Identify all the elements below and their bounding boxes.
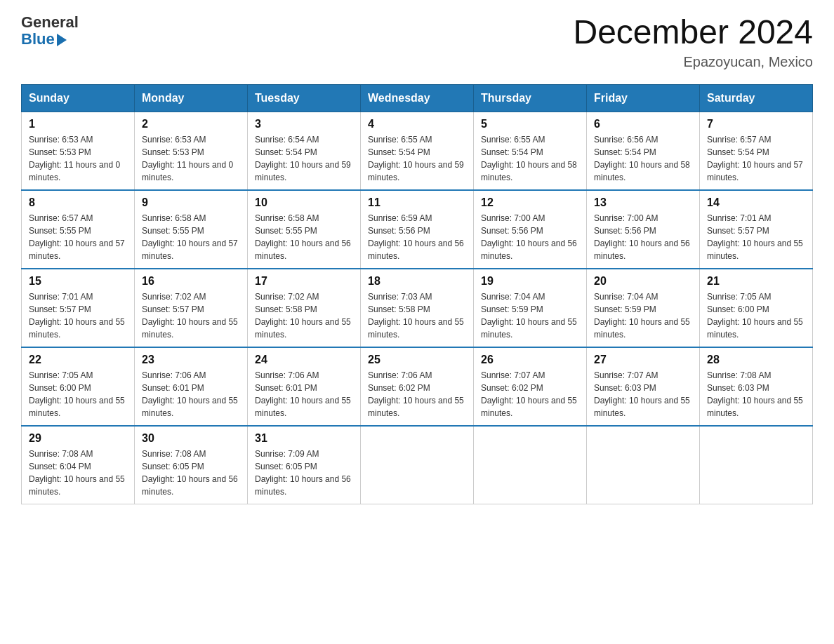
table-row: 28Sunrise: 7:08 AMSunset: 6:03 PMDayligh… bbox=[700, 347, 813, 426]
day-number: 25 bbox=[368, 354, 466, 366]
table-row: 22Sunrise: 7:05 AMSunset: 6:00 PMDayligh… bbox=[22, 347, 135, 426]
header-tuesday: Tuesday bbox=[248, 84, 361, 112]
day-info: Sunrise: 7:08 AMSunset: 6:03 PMDaylight:… bbox=[707, 369, 805, 420]
day-info: Sunrise: 6:54 AMSunset: 5:54 PMDaylight:… bbox=[255, 133, 353, 184]
day-number: 2 bbox=[142, 118, 240, 130]
header-saturday: Saturday bbox=[700, 84, 813, 112]
header-monday: Monday bbox=[135, 84, 248, 112]
logo-icon: General Blue bbox=[21, 14, 79, 48]
page-header: General Blue December 2024 Epazoyucan, M… bbox=[21, 14, 813, 70]
day-info: Sunrise: 6:58 AMSunset: 5:55 PMDaylight:… bbox=[255, 212, 353, 262]
table-row: 11Sunrise: 6:59 AMSunset: 5:56 PMDayligh… bbox=[361, 190, 474, 269]
table-row: 29Sunrise: 7:08 AMSunset: 6:04 PMDayligh… bbox=[22, 426, 135, 504]
table-row: 9Sunrise: 6:58 AMSunset: 5:55 PMDaylight… bbox=[135, 190, 248, 269]
day-number: 21 bbox=[707, 275, 805, 288]
table-row: 19Sunrise: 7:04 AMSunset: 5:59 PMDayligh… bbox=[474, 269, 587, 347]
table-row: 14Sunrise: 7:01 AMSunset: 5:57 PMDayligh… bbox=[700, 190, 813, 269]
day-info: Sunrise: 6:55 AMSunset: 5:54 PMDaylight:… bbox=[368, 133, 466, 184]
table-row: 6Sunrise: 6:56 AMSunset: 5:54 PMDaylight… bbox=[587, 112, 700, 190]
table-row: 25Sunrise: 7:06 AMSunset: 6:02 PMDayligh… bbox=[361, 347, 474, 426]
calendar-week-2: 8Sunrise: 6:57 AMSunset: 5:55 PMDaylight… bbox=[22, 190, 813, 269]
day-info: Sunrise: 6:57 AMSunset: 5:55 PMDaylight:… bbox=[29, 212, 127, 262]
day-info: Sunrise: 7:01 AMSunset: 5:57 PMDaylight:… bbox=[707, 212, 805, 262]
table-row: 26Sunrise: 7:07 AMSunset: 6:02 PMDayligh… bbox=[474, 347, 587, 426]
day-number: 7 bbox=[707, 118, 805, 130]
day-info: Sunrise: 7:04 AMSunset: 5:59 PMDaylight:… bbox=[481, 290, 579, 341]
day-number: 12 bbox=[481, 196, 579, 209]
header-wednesday: Wednesday bbox=[361, 84, 474, 112]
day-number: 16 bbox=[142, 275, 240, 288]
calendar-week-4: 22Sunrise: 7:05 AMSunset: 6:00 PMDayligh… bbox=[22, 347, 813, 426]
day-number: 17 bbox=[255, 275, 353, 288]
day-info: Sunrise: 6:56 AMSunset: 5:54 PMDaylight:… bbox=[594, 133, 692, 184]
logo-blue: Blue bbox=[21, 31, 67, 48]
day-info: Sunrise: 6:55 AMSunset: 5:54 PMDaylight:… bbox=[481, 133, 579, 184]
day-number: 5 bbox=[481, 118, 579, 130]
logo-arrow-icon bbox=[57, 34, 67, 46]
table-row: 20Sunrise: 7:04 AMSunset: 5:59 PMDayligh… bbox=[587, 269, 700, 347]
day-info: Sunrise: 6:58 AMSunset: 5:55 PMDaylight:… bbox=[142, 212, 240, 262]
day-info: Sunrise: 7:03 AMSunset: 5:58 PMDaylight:… bbox=[368, 290, 466, 341]
day-number: 8 bbox=[29, 196, 127, 209]
header-sunday: Sunday bbox=[22, 84, 135, 112]
day-info: Sunrise: 7:06 AMSunset: 6:02 PMDaylight:… bbox=[368, 369, 466, 420]
day-number: 31 bbox=[255, 432, 353, 445]
day-number: 14 bbox=[707, 196, 805, 209]
day-number: 23 bbox=[142, 354, 240, 366]
table-row: 13Sunrise: 7:00 AMSunset: 5:56 PMDayligh… bbox=[587, 190, 700, 269]
day-info: Sunrise: 6:53 AMSunset: 5:53 PMDaylight:… bbox=[29, 133, 127, 184]
table-row: 7Sunrise: 6:57 AMSunset: 5:54 PMDaylight… bbox=[700, 112, 813, 190]
logo: General Blue bbox=[21, 14, 79, 48]
day-number: 13 bbox=[594, 196, 692, 209]
day-info: Sunrise: 6:57 AMSunset: 5:54 PMDaylight:… bbox=[707, 133, 805, 184]
calendar-week-3: 15Sunrise: 7:01 AMSunset: 5:57 PMDayligh… bbox=[22, 269, 813, 347]
day-number: 3 bbox=[255, 118, 353, 130]
day-info: Sunrise: 7:01 AMSunset: 5:57 PMDaylight:… bbox=[29, 290, 127, 341]
header-thursday: Thursday bbox=[474, 84, 587, 112]
day-info: Sunrise: 7:06 AMSunset: 6:01 PMDaylight:… bbox=[255, 369, 353, 420]
table-row: 12Sunrise: 7:00 AMSunset: 5:56 PMDayligh… bbox=[474, 190, 587, 269]
day-info: Sunrise: 7:02 AMSunset: 5:57 PMDaylight:… bbox=[142, 290, 240, 341]
table-row bbox=[700, 426, 813, 504]
day-number: 4 bbox=[368, 118, 466, 130]
day-number: 19 bbox=[481, 275, 579, 288]
table-row: 24Sunrise: 7:06 AMSunset: 6:01 PMDayligh… bbox=[248, 347, 361, 426]
table-row bbox=[587, 426, 700, 504]
day-number: 28 bbox=[707, 354, 805, 366]
table-row: 1Sunrise: 6:53 AMSunset: 5:53 PMDaylight… bbox=[22, 112, 135, 190]
day-info: Sunrise: 7:02 AMSunset: 5:58 PMDaylight:… bbox=[255, 290, 353, 341]
day-number: 1 bbox=[29, 118, 127, 130]
table-row: 18Sunrise: 7:03 AMSunset: 5:58 PMDayligh… bbox=[361, 269, 474, 347]
day-number: 11 bbox=[368, 196, 466, 209]
day-number: 26 bbox=[481, 354, 579, 366]
day-number: 22 bbox=[29, 354, 127, 366]
day-info: Sunrise: 7:05 AMSunset: 6:00 PMDaylight:… bbox=[29, 369, 127, 420]
day-info: Sunrise: 7:09 AMSunset: 6:05 PMDaylight:… bbox=[255, 448, 353, 498]
header-friday: Friday bbox=[587, 84, 700, 112]
location-text: Epazoyucan, Mexico bbox=[573, 54, 813, 70]
day-number: 30 bbox=[142, 432, 240, 445]
day-number: 9 bbox=[142, 196, 240, 209]
day-info: Sunrise: 6:53 AMSunset: 5:53 PMDaylight:… bbox=[142, 133, 240, 184]
day-info: Sunrise: 7:07 AMSunset: 6:03 PMDaylight:… bbox=[594, 369, 692, 420]
table-row: 21Sunrise: 7:05 AMSunset: 6:00 PMDayligh… bbox=[700, 269, 813, 347]
day-number: 20 bbox=[594, 275, 692, 288]
day-info: Sunrise: 7:00 AMSunset: 5:56 PMDaylight:… bbox=[481, 212, 579, 262]
day-number: 10 bbox=[255, 196, 353, 209]
table-row: 16Sunrise: 7:02 AMSunset: 5:57 PMDayligh… bbox=[135, 269, 248, 347]
day-info: Sunrise: 7:00 AMSunset: 5:56 PMDaylight:… bbox=[594, 212, 692, 262]
title-block: December 2024 Epazoyucan, Mexico bbox=[573, 14, 813, 70]
table-row: 31Sunrise: 7:09 AMSunset: 6:05 PMDayligh… bbox=[248, 426, 361, 504]
day-info: Sunrise: 7:07 AMSunset: 6:02 PMDaylight:… bbox=[481, 369, 579, 420]
day-info: Sunrise: 7:08 AMSunset: 6:05 PMDaylight:… bbox=[142, 448, 240, 498]
table-row: 17Sunrise: 7:02 AMSunset: 5:58 PMDayligh… bbox=[248, 269, 361, 347]
day-number: 15 bbox=[29, 275, 127, 288]
day-info: Sunrise: 7:04 AMSunset: 5:59 PMDaylight:… bbox=[594, 290, 692, 341]
table-row: 2Sunrise: 6:53 AMSunset: 5:53 PMDaylight… bbox=[135, 112, 248, 190]
calendar-header-row: SundayMondayTuesdayWednesdayThursdayFrid… bbox=[22, 84, 813, 112]
logo-general: General bbox=[21, 14, 79, 31]
table-row: 23Sunrise: 7:06 AMSunset: 6:01 PMDayligh… bbox=[135, 347, 248, 426]
table-row: 27Sunrise: 7:07 AMSunset: 6:03 PMDayligh… bbox=[587, 347, 700, 426]
table-row: 15Sunrise: 7:01 AMSunset: 5:57 PMDayligh… bbox=[22, 269, 135, 347]
day-info: Sunrise: 6:59 AMSunset: 5:56 PMDaylight:… bbox=[368, 212, 466, 262]
